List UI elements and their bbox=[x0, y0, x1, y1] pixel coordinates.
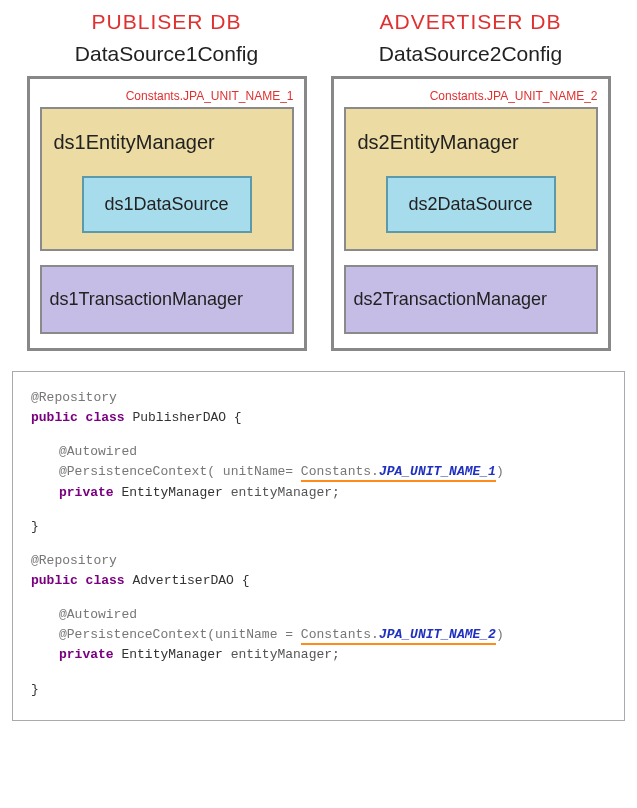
annotation-persistence-context: @PersistenceContext bbox=[59, 627, 207, 642]
advertiser-config-title: DataSource2Config bbox=[331, 42, 611, 66]
advertiser-entity-manager-box: ds2EntityManager ds2DataSource bbox=[344, 107, 598, 251]
code-panel: @Repository public class PublisherDAO { … bbox=[12, 371, 625, 721]
field-entity-manager: entityManager; bbox=[231, 647, 340, 662]
advertiser-transaction-manager-box: ds2TransactionManager bbox=[344, 265, 598, 334]
constants-prefix: Constants. bbox=[301, 464, 379, 479]
jpa-unit-name-2: JPA_UNIT_NAME_2 bbox=[379, 627, 496, 642]
annotation-autowired: @Autowired bbox=[59, 444, 137, 459]
code-line: @PersistenceContext(unitName = Constants… bbox=[31, 625, 606, 645]
keyword-private: private bbox=[59, 485, 114, 500]
keyword-private: private bbox=[59, 647, 114, 662]
annotation-autowired: @Autowired bbox=[59, 607, 137, 622]
blank-line bbox=[31, 503, 606, 517]
unit-name-eq: (unitName = bbox=[207, 627, 301, 642]
class-name-publisher: PublisherDAO { bbox=[132, 410, 241, 425]
code-line: } bbox=[31, 517, 606, 537]
advertiser-column: ADVERTISER DB DataSource2Config Constant… bbox=[331, 10, 611, 351]
brace-close: } bbox=[31, 519, 39, 534]
diagram-top-row: PUBLISER DB DataSource1Config Constants.… bbox=[10, 10, 627, 351]
annotation-persistence-context: @PersistenceContext bbox=[59, 464, 207, 479]
code-line: private EntityManager entityManager; bbox=[31, 483, 606, 503]
publisher-config-title: DataSource1Config bbox=[27, 42, 307, 66]
constants-prefix: Constants. bbox=[301, 627, 379, 642]
blank-line bbox=[31, 428, 606, 442]
publisher-config-box: Constants.JPA_UNIT_NAME_1 ds1EntityManag… bbox=[27, 76, 307, 351]
annotation-repository: @Repository bbox=[31, 553, 117, 568]
code-line: @Autowired bbox=[31, 442, 606, 462]
code-line: @PersistenceContext( unitName= Constants… bbox=[31, 462, 606, 482]
blank-line bbox=[31, 537, 606, 551]
blank-line bbox=[31, 591, 606, 605]
jpa-unit-name-1: JPA_UNIT_NAME_1 bbox=[379, 464, 496, 479]
publisher-jpa-label: Constants.JPA_UNIT_NAME_1 bbox=[40, 89, 294, 103]
paren-close: ) bbox=[496, 464, 504, 479]
code-line: @Repository bbox=[31, 551, 606, 571]
field-entity-manager: entityManager; bbox=[231, 485, 340, 500]
code-line: private EntityManager entityManager; bbox=[31, 645, 606, 665]
code-line: @Repository bbox=[31, 388, 606, 408]
publisher-data-source-box: ds1DataSource bbox=[82, 176, 252, 233]
class-name-advertiser: AdvertiserDAO { bbox=[132, 573, 249, 588]
paren-close: ) bbox=[496, 627, 504, 642]
publisher-column: PUBLISER DB DataSource1Config Constants.… bbox=[27, 10, 307, 351]
unit-name-eq: ( unitName= bbox=[207, 464, 301, 479]
publisher-transaction-manager-box: ds1TransactionManager bbox=[40, 265, 294, 334]
blank-line bbox=[31, 666, 606, 680]
advertiser-data-source-box: ds2DataSource bbox=[386, 176, 556, 233]
advertiser-entity-manager-label: ds2EntityManager bbox=[358, 131, 586, 154]
keyword-public-class: public class bbox=[31, 410, 125, 425]
annotation-repository: @Repository bbox=[31, 390, 117, 405]
advertiser-config-box: Constants.JPA_UNIT_NAME_2 ds2EntityManag… bbox=[331, 76, 611, 351]
brace-close: } bbox=[31, 682, 39, 697]
advertiser-db-title: ADVERTISER DB bbox=[331, 10, 611, 34]
type-entity-manager: EntityManager bbox=[121, 647, 222, 662]
publisher-db-title: PUBLISER DB bbox=[27, 10, 307, 34]
advertiser-jpa-label: Constants.JPA_UNIT_NAME_2 bbox=[344, 89, 598, 103]
code-line: public class AdvertiserDAO { bbox=[31, 571, 606, 591]
type-entity-manager: EntityManager bbox=[121, 485, 222, 500]
publisher-entity-manager-label: ds1EntityManager bbox=[54, 131, 282, 154]
code-line: public class PublisherDAO { bbox=[31, 408, 606, 428]
code-line: } bbox=[31, 680, 606, 700]
code-line: @Autowired bbox=[31, 605, 606, 625]
keyword-public-class: public class bbox=[31, 573, 125, 588]
publisher-entity-manager-box: ds1EntityManager ds1DataSource bbox=[40, 107, 294, 251]
